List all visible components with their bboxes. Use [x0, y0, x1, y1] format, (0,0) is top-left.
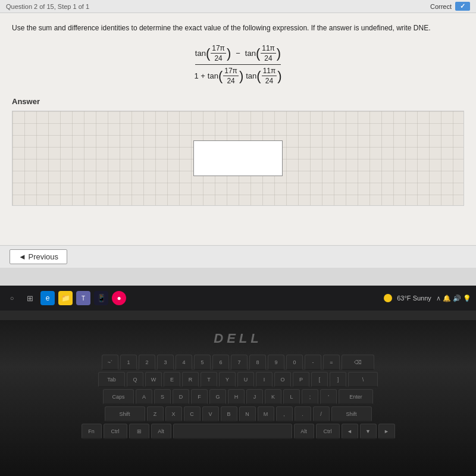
laptop-body: DELL ~` 1 2 3 4 5 6 7 8 9 0 - = ⌫ Tab Q …	[0, 320, 476, 476]
key-q[interactable]: Q	[127, 372, 143, 387]
key-s[interactable]: S	[154, 389, 171, 405]
key-alt-left[interactable]: Alt	[151, 424, 171, 439]
formula-container: tan( 17π 24 ) − tan( 11π 24	[12, 44, 464, 85]
key-period[interactable]: .	[295, 406, 311, 422]
key-win[interactable]: ⊞	[129, 424, 149, 439]
key-ctrl-left[interactable]: Ctrl	[104, 424, 127, 439]
minus-sign: −	[236, 49, 240, 58]
file-explorer-icon[interactable]: 📁	[58, 291, 73, 305]
key-n[interactable]: N	[239, 406, 256, 422]
weather-icon	[384, 294, 392, 302]
keyboard-row-2: Tab Q W E R T Y U I O P [ ] \	[12, 372, 464, 387]
den-tan1: tan( 17π 24 )	[208, 67, 243, 85]
answer-input-box[interactable]	[193, 140, 283, 176]
num-tan1-numerator: 17π	[211, 44, 226, 54]
key-i[interactable]: I	[256, 372, 273, 387]
den-tan1-numerator: 17π	[223, 67, 239, 76]
key-t[interactable]: T	[201, 372, 217, 387]
key-enter[interactable]: Enter	[339, 389, 373, 405]
key-backslash[interactable]: \	[348, 372, 378, 387]
weather-text: 63°F Sunny	[397, 295, 431, 302]
key-left[interactable]: ◄	[342, 424, 358, 439]
key-2[interactable]: 2	[139, 355, 155, 370]
key-space[interactable]	[173, 424, 292, 439]
key-d[interactable]: D	[173, 389, 189, 405]
key-9[interactable]: 9	[268, 355, 284, 370]
teams-icon[interactable]: T	[76, 291, 90, 305]
key-tab[interactable]: Tab	[98, 372, 125, 387]
taskbar-right: 63°F Sunny ∧ 🔔 🔊 💡	[384, 294, 471, 302]
key-7[interactable]: 7	[231, 355, 248, 370]
key-z[interactable]: Z	[147, 406, 164, 422]
fraction-numerator: tan( 17π 24 ) − tan( 11π 24	[195, 44, 281, 65]
key-w[interactable]: W	[145, 372, 162, 387]
answer-label: Answer	[12, 97, 464, 106]
key-minus[interactable]: -	[305, 355, 321, 370]
key-l[interactable]: L	[283, 389, 300, 405]
key-k[interactable]: K	[265, 389, 281, 405]
taskbar-left: ○ ⊞ e 📁 T 📱 ●	[5, 291, 126, 305]
key-j[interactable]: J	[246, 389, 263, 405]
phone-icon[interactable]: 📱	[94, 291, 108, 305]
key-fn[interactable]: Fn	[82, 424, 102, 439]
key-u[interactable]: U	[237, 372, 254, 387]
key-equals[interactable]: =	[323, 355, 340, 370]
key-c[interactable]: C	[184, 406, 201, 422]
key-semicolon[interactable]: ;	[302, 389, 318, 405]
key-caps[interactable]: Caps	[103, 389, 134, 405]
num-tan2-denominator: 24	[263, 54, 273, 62]
dell-logo: DELL	[214, 331, 262, 346]
key-rbracket[interactable]: ]	[330, 372, 346, 387]
question-instruction: Use the sum and difference identities to…	[12, 23, 464, 33]
key-f[interactable]: F	[191, 389, 208, 405]
key-b[interactable]: B	[221, 406, 237, 422]
key-shift-right[interactable]: Shift	[331, 406, 372, 422]
key-h[interactable]: H	[228, 389, 245, 405]
key-ctrl-right[interactable]: Ctrl	[316, 424, 340, 439]
key-5[interactable]: 5	[194, 355, 211, 370]
main-fraction: tan( 17π 24 ) − tan( 11π 24	[194, 44, 281, 85]
key-g[interactable]: G	[209, 389, 226, 405]
key-m[interactable]: M	[258, 406, 274, 422]
game-icon[interactable]: ●	[112, 291, 126, 305]
key-3[interactable]: 3	[157, 355, 174, 370]
key-a[interactable]: A	[136, 389, 152, 405]
key-8[interactable]: 8	[249, 355, 266, 370]
previous-button[interactable]: ◄ Previous	[10, 249, 67, 264]
key-down[interactable]: ▼	[360, 424, 377, 439]
key-0[interactable]: 0	[286, 355, 303, 370]
key-e[interactable]: E	[164, 372, 180, 387]
key-quote[interactable]: '	[320, 389, 337, 405]
key-6[interactable]: 6	[212, 355, 229, 370]
key-comma[interactable]: ,	[276, 406, 293, 422]
key-4[interactable]: 4	[176, 355, 192, 370]
key-1[interactable]: 1	[120, 355, 137, 370]
task-view-icon[interactable]: ⊞	[23, 291, 37, 305]
key-lbracket[interactable]: [	[311, 372, 328, 387]
key-x[interactable]: X	[165, 406, 182, 422]
answer-section: Answer	[12, 97, 464, 206]
key-r[interactable]: R	[182, 372, 199, 387]
status-text: Correct	[430, 3, 452, 10]
key-v[interactable]: V	[202, 406, 219, 422]
answer-grid	[12, 111, 464, 206]
screen: Question 2 of 15, Step 1 of 1 Correct ✓ …	[0, 0, 476, 286]
question-label: Question 2 of 15, Step 1 of 1	[6, 3, 89, 10]
system-tray-icons: ∧ 🔔 🔊 💡	[436, 295, 471, 302]
num-tan2-numerator: 11π	[261, 44, 276, 54]
den-tan2-numerator: 11π	[262, 67, 277, 76]
keyboard-row-5: Fn Ctrl ⊞ Alt Alt Ctrl ◄ ▼ ►	[12, 424, 464, 439]
key-right[interactable]: ►	[378, 424, 395, 439]
key-o[interactable]: O	[274, 372, 291, 387]
search-icon[interactable]: ○	[5, 291, 19, 305]
key-backspace[interactable]: ⌫	[342, 355, 374, 370]
key-slash[interactable]: /	[313, 406, 330, 422]
edge-icon[interactable]: e	[40, 291, 55, 305]
den-tan2: tan( 11π 24 )	[246, 67, 281, 85]
keyboard-row-1: ~` 1 2 3 4 5 6 7 8 9 0 - = ⌫	[12, 355, 464, 370]
key-y[interactable]: Y	[219, 372, 236, 387]
key-alt-right[interactable]: Alt	[294, 424, 314, 439]
key-shift-left[interactable]: Shift	[105, 406, 145, 422]
key-backtick[interactable]: ~`	[102, 355, 118, 370]
key-p[interactable]: P	[293, 372, 309, 387]
